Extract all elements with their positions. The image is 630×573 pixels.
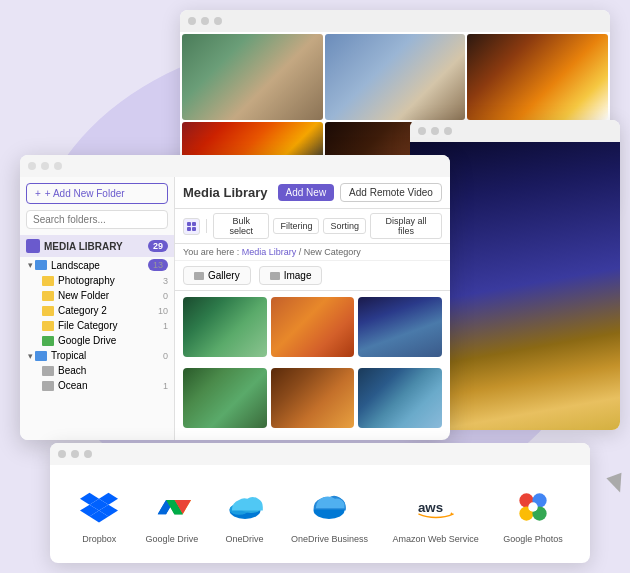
photo-fire — [467, 34, 608, 120]
toolbar-bar: Bulk select Filtering Sorting Display al… — [175, 209, 450, 244]
folder-photography-count: 3 — [163, 276, 168, 286]
folder-new-folder[interactable]: New Folder 0 — [20, 288, 174, 303]
breadcrumb-media-library[interactable]: Media Library — [242, 247, 297, 257]
right-dot-1 — [418, 127, 426, 135]
folder-google-drive-label: Google Drive — [58, 335, 168, 346]
plus-icon: + — [35, 188, 41, 199]
aws-label: Amazon Web Service — [392, 534, 478, 544]
folder-tropical-count: 0 — [163, 351, 168, 361]
folder-ocean-icon — [42, 381, 54, 391]
service-aws[interactable]: aws Amazon Web Service — [392, 485, 478, 544]
main-content-area: + + Add New Folder MEDIA LIBRARY 29 ▾ La… — [20, 177, 450, 440]
folder-ocean-label: Ocean — [58, 380, 163, 391]
onedrive-business-icon — [310, 488, 348, 526]
media-thumb-5[interactable] — [271, 368, 355, 428]
gphotos-icon-wrap — [511, 485, 555, 529]
bottom-dot-3 — [84, 450, 92, 458]
folder-file-category[interactable]: File Category 1 — [20, 318, 174, 333]
add-new-button[interactable]: Add New — [278, 184, 335, 201]
media-library-header: MEDIA LIBRARY 29 — [20, 235, 174, 257]
media-library-label: MEDIA LIBRARY — [44, 241, 123, 252]
tab-image[interactable]: Image — [259, 266, 323, 285]
display-all-files-button[interactable]: Display all files — [370, 213, 442, 239]
window-dot-2 — [201, 17, 209, 25]
browser-bottom-window: Dropbox Google Drive — [50, 443, 590, 563]
dropbox-label: Dropbox — [82, 534, 116, 544]
gdrive-icon-wrap — [150, 485, 194, 529]
grid-view-button[interactable] — [183, 218, 200, 235]
bulk-select-button[interactable]: Bulk select — [213, 213, 269, 239]
media-thumb-1[interactable] — [183, 297, 267, 357]
search-folders-input[interactable] — [26, 210, 168, 229]
onedrive-icon — [226, 488, 264, 526]
bottom-dot-1 — [58, 450, 66, 458]
svg-text:aws: aws — [418, 499, 443, 514]
add-folder-label: + Add New Folder — [45, 188, 125, 199]
folder-file-category-icon — [42, 321, 54, 331]
media-image-grid — [175, 291, 450, 440]
browser-main-window: + + Add New Folder MEDIA LIBRARY 29 ▾ La… — [20, 155, 450, 440]
right-dot-2 — [431, 127, 439, 135]
add-new-folder-button[interactable]: + + Add New Folder — [26, 183, 168, 204]
category-tabs: Gallery Image — [175, 261, 450, 291]
folder-google-drive[interactable]: Google Drive — [20, 333, 174, 348]
folder-tropical[interactable]: ▾ Tropical 0 — [20, 348, 174, 363]
breadcrumb-prefix: You are here : — [183, 247, 242, 257]
media-thumb-3[interactable] — [358, 297, 442, 357]
folder-new-folder-icon — [42, 291, 54, 301]
folder-landscape-label: Landscape — [51, 260, 148, 271]
service-onedrive[interactable]: OneDrive — [223, 485, 267, 544]
dropbox-icon — [80, 488, 118, 526]
folder-tropical-label: Tropical — [51, 350, 163, 361]
onedrive-business-icon-wrap — [307, 485, 351, 529]
folder-beach-label: Beach — [58, 365, 168, 376]
service-onedrive-business[interactable]: OneDrive Business — [291, 485, 368, 544]
service-dropbox[interactable]: Dropbox — [77, 485, 121, 544]
main-dot-1 — [28, 162, 36, 170]
browser-main-titlebar — [20, 155, 450, 177]
onedrive-business-label: OneDrive Business — [291, 534, 368, 544]
folder-file-category-label: File Category — [58, 320, 163, 331]
window-dot-1 — [188, 17, 196, 25]
tab-gallery[interactable]: Gallery — [183, 266, 251, 285]
gdrive-icon — [153, 488, 191, 526]
folder-file-category-count: 1 — [163, 321, 168, 331]
main-dot-2 — [41, 162, 49, 170]
folder-photography[interactable]: Photography 3 — [20, 273, 174, 288]
folder-tropical-icon — [35, 351, 47, 361]
bottom-dot-2 — [71, 450, 79, 458]
sorting-button[interactable]: Sorting — [323, 218, 366, 234]
folder-landscape-icon — [35, 260, 47, 270]
media-thumb-2[interactable] — [271, 297, 355, 357]
browser-bottom-titlebar — [50, 443, 590, 465]
media-thumb-6[interactable] — [358, 368, 442, 428]
folder-ocean-count: 1 — [163, 381, 168, 391]
right-dot-3 — [444, 127, 452, 135]
folder-category2[interactable]: Category 2 10 — [20, 303, 174, 318]
folder-landscape-count: 13 — [148, 259, 168, 271]
folder-landscape[interactable]: ▾ Landscape 13 — [20, 257, 174, 273]
dropbox-icon-wrap — [77, 485, 121, 529]
gphotos-icon — [514, 488, 552, 526]
filtering-button[interactable]: Filtering — [273, 218, 319, 234]
folder-new-folder-label: New Folder — [58, 290, 163, 301]
aws-icon: aws — [417, 488, 455, 526]
media-thumb-4[interactable] — [183, 368, 267, 428]
breadcrumb: You are here : Media Library / New Categ… — [175, 244, 450, 261]
service-google-photos[interactable]: Google Photos — [503, 485, 563, 544]
folder-ocean[interactable]: Ocean 1 — [20, 378, 174, 393]
browser-top-titlebar — [180, 10, 610, 32]
folder-category2-count: 10 — [158, 306, 168, 316]
folder-photography-icon — [42, 276, 54, 286]
mouse-cursor-icon — [606, 473, 627, 495]
sidebar: + + Add New Folder MEDIA LIBRARY 29 ▾ La… — [20, 177, 175, 440]
folder-beach-icon — [42, 366, 54, 376]
onedrive-icon-wrap — [223, 485, 267, 529]
folder-beach[interactable]: Beach — [20, 363, 174, 378]
add-remote-video-button[interactable]: Add Remote Video — [340, 183, 442, 202]
service-google-drive[interactable]: Google Drive — [146, 485, 199, 544]
window-dot-3 — [214, 17, 222, 25]
tab-gallery-label: Gallery — [208, 270, 240, 281]
onedrive-label: OneDrive — [226, 534, 264, 544]
folder-new-folder-count: 0 — [163, 291, 168, 301]
